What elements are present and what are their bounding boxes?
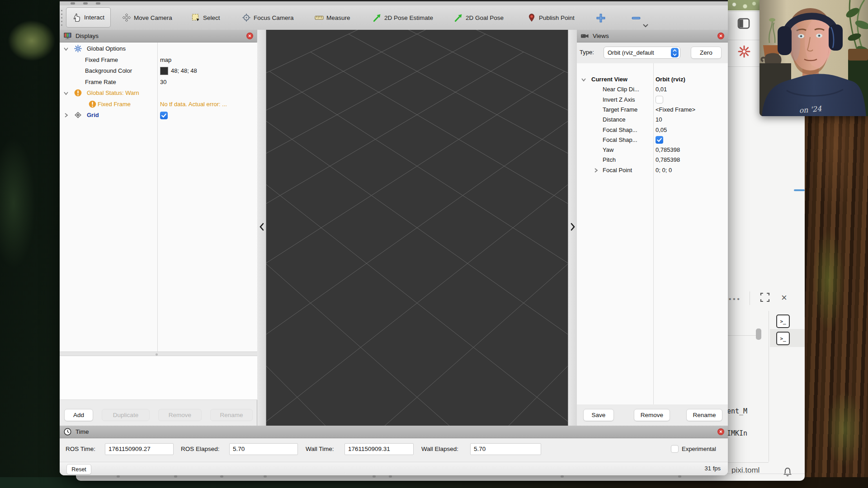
tree-row-pitch[interactable]: Pitch0,785398 [577, 155, 728, 164]
more-ellipsis-icon[interactable]: ••• [729, 295, 741, 303]
displays-empty-area [60, 356, 257, 400]
time-panel-footer: Reset 31 fps [60, 462, 728, 475]
panel-splitter[interactable] [60, 352, 257, 356]
value-cell[interactable]: 0,05 [656, 125, 667, 136]
chevron-left-icon[interactable] [259, 221, 265, 232]
red-asterisk-icon[interactable] [737, 45, 751, 58]
tool-interact[interactable]: Interact [66, 7, 111, 28]
tool-measure[interactable]: Measure [315, 11, 350, 24]
close-x-icon[interactable]: × [781, 292, 787, 304]
tree-row-target-frame[interactable]: Target Frame<Fixed Frame> [577, 104, 728, 114]
tree-row-focal-shap[interactable]: Focal Shap... [577, 135, 728, 145]
value-cell[interactable] [656, 135, 663, 145]
value-cell[interactable]: 48; 48; 48 [160, 66, 197, 76]
tool-2d-goal-pose[interactable]: 2D Goal Pose [454, 11, 504, 24]
value-cell[interactable]: 30 [160, 77, 166, 88]
scrollbar-thumb[interactable] [756, 328, 761, 340]
terminal-icon[interactable]: >_ [776, 314, 790, 328]
property-label: Grid [87, 110, 99, 121]
value-cell[interactable]: map [160, 55, 171, 66]
ros-time-input[interactable]: 1761150909.27 [105, 443, 174, 455]
color-swatch[interactable] [160, 67, 168, 75]
tree-row-invert-z-axis[interactable]: Invert Z Axis [577, 94, 728, 104]
tree-row-focal-shap[interactable]: Focal Shap...0,05 [577, 125, 728, 135]
close-icon[interactable]: × [717, 33, 724, 39]
left-panel-splitter[interactable] [257, 30, 266, 426]
value-cell[interactable] [656, 94, 663, 105]
expand-icon[interactable] [760, 292, 770, 303]
value-cell[interactable]: No tf data. Actual error: ... [160, 99, 227, 110]
chevron-right-icon[interactable] [63, 113, 69, 118]
tree-row-fixed-frame[interactable]: Fixed FrameNo tf data. Actual error: ... [60, 99, 257, 110]
time-panel-header[interactable]: Time × [60, 426, 728, 438]
value-cell[interactable]: 10 [656, 114, 662, 125]
checkbox-checked[interactable] [656, 136, 663, 144]
chevron-right-icon[interactable] [570, 221, 576, 232]
close-icon[interactable]: × [246, 33, 253, 39]
property-label: Focal Shap... [603, 125, 637, 136]
tool-move-camera[interactable]: Move Camera [122, 11, 172, 24]
tree-row-focal-point[interactable]: Focal Point0; 0; 0 [577, 165, 728, 175]
3d-viewport[interactable] [266, 30, 568, 426]
terminal-icon[interactable]: >_ [776, 332, 790, 345]
tree-row-current-view[interactable]: Current ViewOrbit (rviz) [577, 74, 728, 84]
value-cell[interactable]: <Fixed Frame> [656, 104, 695, 115]
views-panel: Views × Type: Orbit (rviz_default Zero C… [577, 30, 728, 426]
tool-2d-pose-estimate[interactable]: 2D Pose Estimate [373, 11, 433, 24]
displays-panel-header[interactable]: Displays × [60, 30, 257, 42]
tree-row-fixed-frame[interactable]: Fixed Framemap [60, 55, 257, 66]
rename-button[interactable]: Rename [210, 409, 253, 421]
view-type-dropdown[interactable]: Orbit (rviz_default [604, 47, 680, 59]
value-cell[interactable]: 0,01 [656, 84, 667, 95]
tool-select[interactable]: Select [191, 11, 220, 24]
experimental-toggle[interactable]: Experimental [671, 445, 716, 453]
value-cell[interactable]: 0,785398 [656, 155, 680, 165]
chevron-right-icon[interactable] [593, 168, 599, 173]
tool-publish-point[interactable]: Publish Point [527, 11, 575, 24]
close-icon[interactable]: × [717, 428, 724, 435]
window-titlebar[interactable] [60, 0, 728, 5]
tree-row-background-color[interactable]: Background Color48; 48; 48 [60, 66, 257, 76]
tool-focus-camera[interactable]: Focus Camera [242, 11, 294, 24]
displays-panel: Displays × Global OptionsFixed FramemapB… [60, 30, 257, 426]
checkbox-checked[interactable] [160, 112, 168, 119]
value-cell[interactable]: 0; 0; 0 [656, 165, 672, 176]
tree-row-global-options[interactable]: Global Options [60, 43, 257, 54]
add-button[interactable]: Add [64, 409, 93, 421]
minus-icon[interactable] [631, 13, 641, 23]
chevron-down-icon[interactable] [63, 46, 69, 52]
wall-elapsed-input[interactable]: 5.70 [470, 443, 541, 455]
remove-button[interactable]: Remove [634, 409, 670, 421]
right-panel-splitter[interactable] [568, 30, 577, 426]
ros-elapsed-input[interactable]: 5.70 [229, 443, 298, 455]
zero-button[interactable]: Zero [691, 47, 722, 59]
views-panel-title: Views [593, 33, 609, 39]
tree-row-yaw[interactable]: Yaw0,785398 [577, 145, 728, 155]
value-cell[interactable] [160, 110, 168, 121]
chevron-down-icon[interactable] [642, 23, 649, 28]
plus-icon[interactable] [596, 13, 606, 23]
toolbar-drag-handle[interactable] [61, 10, 62, 26]
value-cell[interactable]: Orbit (rviz) [656, 74, 685, 85]
reset-button[interactable]: Reset [66, 464, 91, 474]
remove-button[interactable]: Remove [158, 409, 202, 421]
tree-row-distance[interactable]: Distance10 [577, 114, 728, 124]
views-panel-header[interactable]: Views × [577, 30, 728, 42]
chevron-down-icon[interactable] [63, 90, 69, 96]
up-down-stepper-icon[interactable] [671, 48, 679, 57]
value-cell[interactable]: 0,785398 [656, 145, 680, 155]
background-image-fragment [728, 0, 760, 10]
bell-icon[interactable] [782, 467, 793, 478]
rename-button[interactable]: Rename [686, 409, 722, 421]
wall-time-input[interactable]: 1761150909.31 [344, 443, 414, 455]
layout-sidebar-icon[interactable] [737, 17, 750, 30]
chevron-down-icon[interactable] [581, 77, 586, 82]
tree-row-grid[interactable]: Grid [60, 110, 257, 121]
tree-row-frame-rate[interactable]: Frame Rate30 [60, 77, 257, 88]
tree-row-global-status-warn[interactable]: Global Status: Warn [60, 88, 257, 99]
experimental-checkbox[interactable] [671, 445, 679, 453]
checkbox-unchecked[interactable] [656, 96, 663, 103]
tree-row-near-clip-di[interactable]: Near Clip Di...0,01 [577, 84, 728, 94]
save-button[interactable]: Save [583, 409, 614, 421]
duplicate-button[interactable]: Duplicate [102, 409, 150, 421]
